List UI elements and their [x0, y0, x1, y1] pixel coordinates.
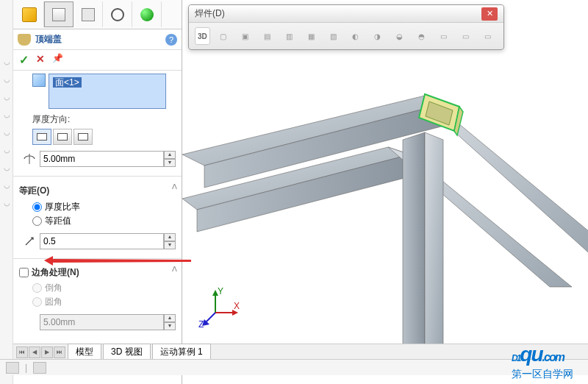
dir-both-button[interactable] — [74, 129, 93, 145]
status-icon[interactable] — [6, 362, 19, 374]
tool-dot[interactable]: ◡ — [4, 75, 10, 81]
weldment-toolbar: 焊件(D) ✕ 3D ▢ ▣ ▤ ▥ ▦ ▧ ◐ ◑ ◒ ◓ ▭ ▭ ▭ — [188, 4, 504, 50]
weld-bead-button[interactable]: ◑ — [369, 27, 387, 45]
tab-3d-view[interactable]: 3D 视图 — [103, 344, 151, 360]
structural-member-button[interactable]: ▣ — [237, 27, 254, 45]
offset-input[interactable] — [40, 233, 164, 249]
feature-title: 顶端盖 — [35, 33, 62, 46]
watermark: D1qu.com 第一区自学网 — [512, 336, 573, 381]
offset-spinner[interactable]: ▲▼ — [164, 233, 176, 249]
svg-text:Y: Y — [218, 287, 223, 296]
dir-inward-button[interactable] — [53, 129, 72, 145]
tool-dot[interactable]: ◡ — [4, 181, 10, 187]
tab-feature-manager[interactable] — [15, 1, 44, 27]
ratio-label: 厚度比率 — [45, 201, 80, 213]
model-rendering — [182, 44, 588, 353]
tab-appearance[interactable] — [132, 1, 162, 27]
offset-value-radio[interactable] — [32, 216, 42, 226]
face-item[interactable]: 面<1> — [53, 77, 82, 88]
corner-header[interactable]: 边角处理(N) — [32, 266, 79, 279]
tab-dimxpert[interactable] — [103, 1, 132, 27]
corner-value-icon — [22, 315, 37, 330]
thickness-spinner[interactable]: ▲▼ — [164, 151, 176, 167]
property-panel: 顶端盖 ? ✓ ✕ 📌 面<1> 厚度方向: — [13, 0, 182, 384]
fillet-radio — [32, 297, 42, 307]
help-icon[interactable]: ? — [165, 34, 177, 46]
sketch-3d-button[interactable]: 3D — [195, 27, 210, 45]
status-icon[interactable] — [33, 362, 46, 374]
tab-nav-first[interactable]: ⏮ — [16, 346, 28, 358]
offset-section: 等距(O) ᐱ 厚度比率 等距值 ▲▼ — [13, 179, 182, 255]
close-button[interactable]: ✕ — [481, 7, 498, 21]
ratio-radio[interactable] — [32, 202, 42, 212]
origin-triad: Y X Z — [197, 287, 241, 331]
thickness-icon — [22, 152, 37, 166]
left-tool-strip: ◡ ◡ ◡ ◡ ◡ ◡ ◡ ◡ ◡ — [0, 0, 13, 384]
sphere-icon — [140, 8, 154, 21]
fillet-bead-button[interactable]: ◐ — [347, 27, 365, 45]
target-icon — [111, 8, 124, 21]
trim-button[interactable]: ▤ — [259, 27, 276, 45]
svg-marker-7 — [425, 132, 443, 353]
gusset-button[interactable]: ▧ — [325, 27, 343, 45]
cancel-button[interactable]: ✕ — [36, 53, 45, 67]
params-section: 面<1> 厚度方向: ▲▼ — [13, 71, 182, 173]
face-selection-box[interactable]: 面<1> — [49, 74, 166, 109]
offset-icon — [22, 234, 37, 249]
dir-outward-button[interactable] — [32, 129, 51, 145]
direction-buttons — [32, 129, 176, 145]
corner-checkbox[interactable] — [19, 268, 29, 277]
feature-header: 顶端盖 ? — [13, 29, 182, 50]
tool-dot[interactable]: ◡ — [4, 93, 10, 99]
svg-marker-6 — [403, 132, 425, 353]
tab-motion-study[interactable]: 运动算例 1 — [152, 344, 211, 360]
svg-text:Z: Z — [198, 319, 204, 330]
tab-nav-last[interactable]: ⏭ — [54, 346, 65, 358]
tool-dot[interactable]: ◡ — [4, 163, 10, 169]
toolbar-title: 焊件(D) — [195, 7, 225, 20]
tool-dot[interactable]: ◡ — [4, 110, 10, 116]
extend-button[interactable]: ▥ — [281, 27, 298, 45]
corner-section: 边角处理(N) ᐱ 倒角 圆角 ▲▼ — [13, 262, 182, 336]
svg-text:X: X — [234, 301, 240, 311]
corner-input — [40, 314, 164, 330]
corner-spinner: ▲▼ — [164, 314, 176, 330]
offset-value-label: 等距值 — [45, 215, 71, 227]
weldment-button[interactable]: ▢ — [215, 27, 232, 45]
tool-button[interactable]: ▭ — [457, 27, 475, 45]
tool-dot[interactable]: ◡ — [4, 199, 10, 205]
ok-button[interactable]: ✓ — [19, 53, 29, 67]
accept-row: ✓ ✕ 📌 — [13, 50, 182, 71]
tool-button[interactable]: ◒ — [391, 27, 409, 45]
offset-header[interactable]: 等距(O) — [19, 182, 176, 199]
tool-dot[interactable]: ◡ — [4, 128, 10, 134]
viewport[interactable]: 焊件(D) ✕ 3D ▢ ▣ ▤ ▥ ▦ ▧ ◐ ◑ ◒ ◓ ▭ ▭ ▭ — [182, 0, 588, 384]
fillet-label: 圆角 — [45, 296, 62, 308]
tab-config-manager[interactable] — [74, 1, 103, 27]
status-bar: | — [0, 359, 588, 375]
collapse-icon[interactable]: ᐱ — [172, 265, 177, 273]
thickness-dir-label: 厚度方向: — [32, 113, 176, 126]
tab-property-manager[interactable] — [44, 1, 74, 27]
bottom-tab-bar: ⏮ ◀ ▶ ⏭ 模型 3D 视图 运动算例 1 — [13, 344, 588, 360]
cube-icon — [22, 7, 37, 22]
tool-button[interactable]: ◓ — [413, 27, 431, 45]
thickness-input[interactable] — [40, 151, 164, 167]
chamfer-radio — [32, 283, 42, 293]
panel-tabs — [13, 0, 182, 29]
end-cap-icon — [18, 34, 31, 46]
tool-button[interactable]: ▭ — [435, 27, 453, 45]
face-icon — [32, 74, 46, 87]
tab-nav-next[interactable]: ▶ — [41, 346, 53, 358]
pushpin-icon[interactable]: 📌 — [52, 53, 63, 67]
tool-dot[interactable]: ◡ — [4, 146, 10, 152]
tool-button[interactable]: ▭ — [479, 27, 497, 45]
tree-icon — [82, 8, 95, 21]
tool-dot[interactable]: ◡ — [4, 57, 10, 63]
tab-model[interactable]: 模型 — [68, 344, 101, 360]
chamfer-label: 倒角 — [45, 282, 62, 294]
list-icon — [52, 8, 65, 21]
collapse-icon[interactable]: ᐱ — [172, 182, 177, 191]
end-cap-button[interactable]: ▦ — [303, 27, 320, 45]
tab-nav-prev[interactable]: ◀ — [29, 346, 40, 358]
